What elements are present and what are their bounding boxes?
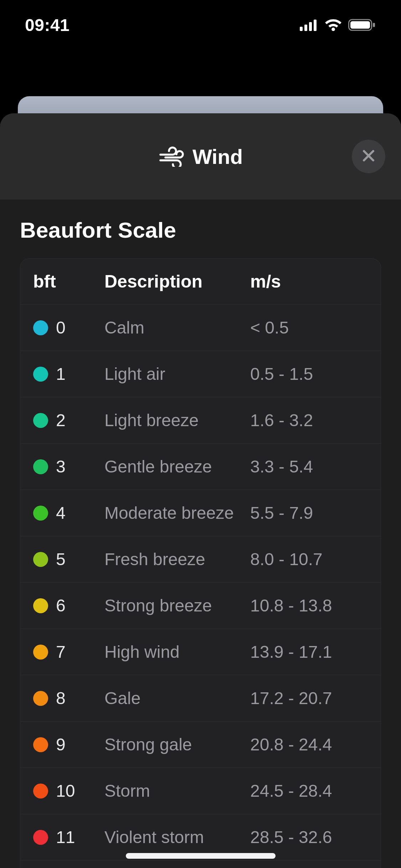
bft-number: 10 bbox=[56, 781, 75, 801]
bft-color-dot bbox=[33, 506, 48, 521]
header-desc: Description bbox=[104, 271, 250, 292]
bft-color-dot bbox=[33, 830, 48, 845]
bft-description: Fresh breeze bbox=[104, 549, 250, 569]
bft-color-dot bbox=[33, 598, 48, 613]
bft-cell: 5 bbox=[33, 549, 104, 569]
bft-color-dot bbox=[33, 413, 48, 428]
bft-cell: 2 bbox=[33, 410, 104, 430]
bft-description: Strong breeze bbox=[104, 596, 250, 615]
bft-number: 5 bbox=[56, 549, 66, 569]
bft-description: Violent storm bbox=[104, 827, 250, 847]
bft-ms: 3.3 - 5.4 bbox=[250, 457, 368, 476]
wind-icon bbox=[158, 146, 184, 167]
bft-description: High wind bbox=[104, 642, 250, 662]
bft-ms: 8.0 - 10.7 bbox=[250, 549, 368, 569]
bft-number: 3 bbox=[56, 457, 66, 476]
svg-rect-3 bbox=[314, 20, 317, 31]
bft-number: 8 bbox=[56, 688, 66, 708]
close-icon bbox=[361, 149, 376, 164]
bft-cell: 6 bbox=[33, 596, 104, 615]
table-row: 9Strong gale20.8 - 24.4 bbox=[20, 721, 381, 768]
svg-rect-1 bbox=[304, 25, 307, 31]
bft-ms: 0.5 - 1.5 bbox=[250, 364, 368, 384]
bft-cell: 1 bbox=[33, 364, 104, 384]
bft-cell: 9 bbox=[33, 735, 104, 754]
sheet-body[interactable]: Beaufort Scale bft Description m/s 0Calm… bbox=[0, 200, 401, 868]
bft-description: Strong gale bbox=[104, 735, 250, 754]
bft-description: Storm bbox=[104, 781, 250, 801]
bft-ms: 28.5 - 32.6 bbox=[250, 827, 368, 847]
bft-number: 11 bbox=[56, 827, 75, 847]
svg-rect-5 bbox=[350, 21, 370, 29]
bft-number: 1 bbox=[56, 364, 66, 384]
bft-color-dot bbox=[33, 552, 48, 567]
bft-cell: 4 bbox=[33, 503, 104, 523]
bft-number: 2 bbox=[56, 410, 66, 430]
section-title-beaufort: Beaufort Scale bbox=[20, 217, 381, 243]
bft-ms: 1.6 - 3.2 bbox=[250, 410, 368, 430]
sheet-header: Wind bbox=[0, 113, 401, 200]
table-row: 1Light air0.5 - 1.5 bbox=[20, 351, 381, 397]
battery-icon bbox=[348, 18, 376, 32]
bft-color-dot bbox=[33, 459, 48, 474]
table-row: 6Strong breeze10.8 - 13.8 bbox=[20, 582, 381, 629]
home-indicator[interactable] bbox=[126, 853, 276, 859]
status-time: 09:41 bbox=[25, 15, 70, 35]
bft-number: 0 bbox=[56, 318, 66, 337]
wifi-icon bbox=[324, 18, 343, 32]
status-icons bbox=[300, 18, 376, 32]
table-row: 5Fresh breeze8.0 - 10.7 bbox=[20, 536, 381, 582]
table-row: 10Storm24.5 - 28.4 bbox=[20, 768, 381, 814]
table-row: 0Calm< 0.5 bbox=[20, 304, 381, 351]
bft-description: Light air bbox=[104, 364, 250, 384]
bft-ms: 13.9 - 17.1 bbox=[250, 642, 368, 662]
cellular-icon bbox=[300, 19, 318, 31]
bft-number: 7 bbox=[56, 642, 66, 662]
bft-number: 9 bbox=[56, 735, 66, 754]
bft-description: Moderate breeze bbox=[104, 503, 250, 523]
svg-rect-0 bbox=[300, 27, 303, 31]
header-ms: m/s bbox=[250, 271, 368, 292]
bft-cell: 7 bbox=[33, 642, 104, 662]
bft-ms: 17.2 - 20.7 bbox=[250, 688, 368, 708]
bft-color-dot bbox=[33, 645, 48, 660]
table-row: 12Hurricane-force> 32.7 bbox=[20, 860, 381, 868]
bft-ms: 20.8 - 24.4 bbox=[250, 735, 368, 754]
bft-cell: 0 bbox=[33, 318, 104, 337]
svg-rect-2 bbox=[309, 22, 312, 31]
bft-color-dot bbox=[33, 691, 48, 706]
svg-rect-6 bbox=[373, 23, 375, 27]
bft-cell: 3 bbox=[33, 457, 104, 476]
bft-color-dot bbox=[33, 367, 48, 382]
bft-description: Gale bbox=[104, 688, 250, 708]
wind-sheet: Wind Beaufort Scale bft Description m/s … bbox=[0, 113, 401, 868]
bft-cell: 10 bbox=[33, 781, 104, 801]
close-button[interactable] bbox=[352, 140, 385, 173]
table-row: 8Gale17.2 - 20.7 bbox=[20, 675, 381, 721]
table-row: 7High wind13.9 - 17.1 bbox=[20, 629, 381, 675]
bft-description: Gentle breeze bbox=[104, 457, 250, 476]
bft-description: Calm bbox=[104, 318, 250, 337]
bft-ms: < 0.5 bbox=[250, 318, 368, 337]
header-bft: bft bbox=[33, 271, 104, 292]
status-bar: 09:41 bbox=[0, 0, 401, 50]
bft-ms: 24.5 - 28.4 bbox=[250, 781, 368, 801]
bft-number: 4 bbox=[56, 503, 66, 523]
table-row: 3Gentle breeze3.3 - 5.4 bbox=[20, 443, 381, 490]
bft-cell: 8 bbox=[33, 688, 104, 708]
bft-color-dot bbox=[33, 737, 48, 752]
bft-cell: 11 bbox=[33, 827, 104, 847]
bft-ms: 10.8 - 13.8 bbox=[250, 596, 368, 615]
bft-description: Light breeze bbox=[104, 410, 250, 430]
bft-ms: 5.5 - 7.9 bbox=[250, 503, 368, 523]
table-row: 4Moderate breeze5.5 - 7.9 bbox=[20, 490, 381, 536]
table-row: 2Light breeze1.6 - 3.2 bbox=[20, 397, 381, 443]
sheet-title: Wind bbox=[158, 145, 243, 169]
sheet-title-text: Wind bbox=[192, 145, 243, 169]
bft-color-dot bbox=[33, 320, 48, 335]
table-header-row: bft Description m/s bbox=[20, 259, 381, 304]
beaufort-table: bft Description m/s 0Calm< 0.51Light air… bbox=[20, 258, 381, 868]
bft-color-dot bbox=[33, 784, 48, 799]
bft-number: 6 bbox=[56, 596, 66, 615]
